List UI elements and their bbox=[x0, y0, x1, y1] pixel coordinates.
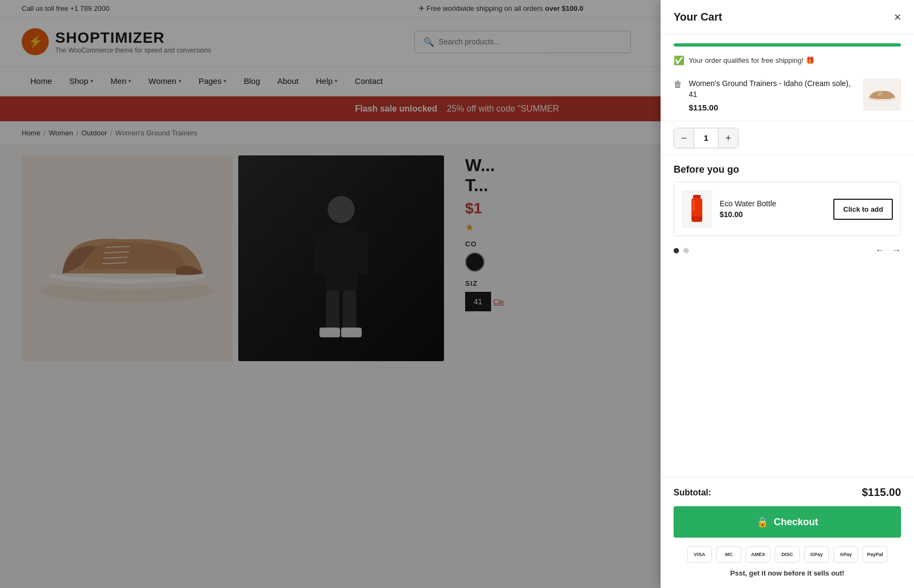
svg-rect-16 bbox=[693, 195, 701, 198]
before-you-go-section: Before you go Eco Water Bottle $10.00 Cl… bbox=[661, 155, 914, 267]
quantity-control: − + bbox=[674, 128, 739, 148]
before-you-go-title: Before you go bbox=[674, 164, 901, 175]
progress-fill bbox=[674, 43, 901, 47]
free-shipping-text: Your order qualifies for free shipping! … bbox=[689, 56, 814, 64]
quantity-input[interactable] bbox=[694, 128, 719, 148]
water-bottle-icon bbox=[689, 193, 705, 225]
subtotal-row: Subtotal: $115.00 bbox=[674, 486, 901, 499]
cart-sidebar: Your Cart × ✅ Your order qualifies for f… bbox=[661, 0, 914, 588]
upsell-add-button[interactable]: Click to add bbox=[833, 199, 893, 220]
discover-icon: DISC bbox=[775, 546, 800, 563]
quantity-decrease-button[interactable]: − bbox=[674, 128, 694, 148]
subtotal-value: $115.00 bbox=[862, 486, 901, 499]
svg-rect-18 bbox=[693, 200, 695, 211]
quantity-increase-button[interactable]: + bbox=[719, 128, 738, 148]
upsell-product-thumbnail bbox=[682, 190, 712, 228]
dot-indicators: ← → bbox=[674, 243, 901, 258]
cart-item-name: Women's Ground Trainers - Idaho (Cream s… bbox=[689, 79, 857, 100]
dot-1[interactable] bbox=[674, 248, 679, 253]
cart-progress-bar bbox=[674, 43, 901, 47]
checkout-button[interactable]: 🔒 Checkout bbox=[674, 506, 901, 538]
mastercard-icon: MC bbox=[716, 546, 741, 563]
free-shipping-note: ✅ Your order qualifies for free shipping… bbox=[661, 51, 914, 70]
carousel-dots bbox=[674, 248, 689, 253]
applepay-icon: APay bbox=[833, 546, 858, 563]
upsell-product-card: Eco Water Bottle $10.00 Click to add bbox=[674, 182, 901, 236]
carousel-arrows: ← → bbox=[875, 245, 901, 256]
cart-footer: Subtotal: $115.00 🔒 Checkout VISA MC AME… bbox=[661, 477, 914, 588]
upsell-product-name: Eco Water Bottle bbox=[720, 199, 826, 208]
arrow-right[interactable]: → bbox=[891, 245, 901, 256]
checkout-label: Checkout bbox=[774, 517, 818, 528]
visa-icon: VISA bbox=[687, 546, 712, 563]
delete-item-button[interactable]: 🗑 bbox=[674, 79, 682, 89]
googlepay-icon: GPay bbox=[804, 546, 829, 563]
check-icon: ✅ bbox=[674, 55, 684, 66]
lock-icon: 🔒 bbox=[756, 516, 768, 528]
upsell-product-price: $10.00 bbox=[720, 210, 826, 219]
payment-icons: VISA MC AMEX DISC GPay APay PayPal bbox=[674, 546, 901, 563]
dot-2[interactable] bbox=[683, 248, 689, 253]
paypal-icon: PayPal bbox=[863, 546, 887, 563]
urgency-text: Psst, get it now before it sells out! bbox=[674, 569, 901, 577]
cart-thumb-shoe bbox=[866, 84, 898, 106]
cart-item-thumbnail bbox=[863, 79, 901, 111]
cart-title: Your Cart bbox=[674, 11, 722, 23]
progress-track bbox=[674, 43, 901, 47]
cart-close-button[interactable]: × bbox=[894, 11, 901, 23]
amex-icon: AMEX bbox=[746, 546, 771, 563]
svg-rect-19 bbox=[691, 217, 702, 221]
cart-item-details: Women's Ground Trainers - Idaho (Cream s… bbox=[689, 79, 857, 112]
upsell-product-info: Eco Water Bottle $10.00 bbox=[720, 199, 826, 219]
arrow-left[interactable]: ← bbox=[875, 245, 885, 256]
cart-item-price: $115.00 bbox=[689, 103, 857, 112]
cart-header: Your Cart × bbox=[661, 0, 914, 35]
subtotal-label: Subtotal: bbox=[674, 488, 711, 498]
cart-item: 🗑 Women's Ground Trainers - Idaho (Cream… bbox=[661, 70, 914, 121]
